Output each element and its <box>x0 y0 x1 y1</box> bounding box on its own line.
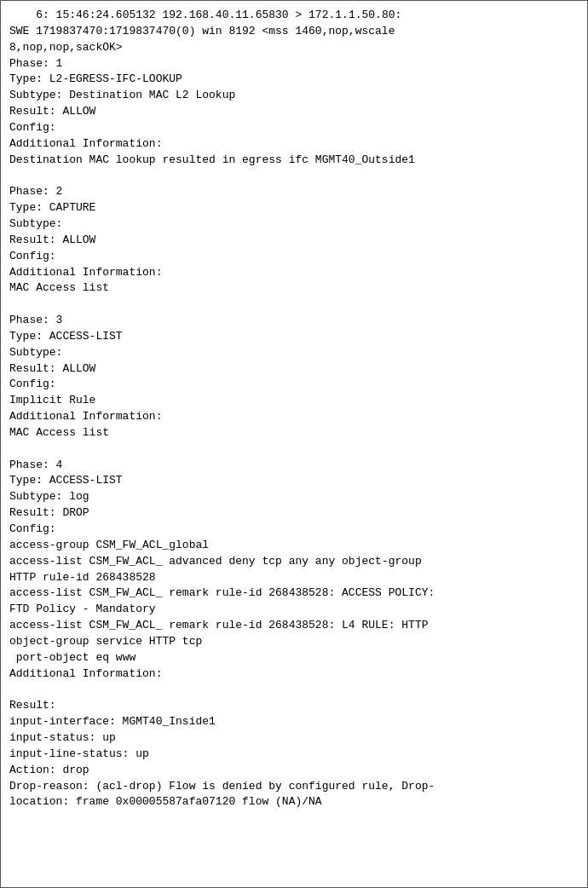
terminal-container: 6: 15:46:24.605132 192.168.40.11.65830 >… <box>0 0 588 888</box>
terminal-output: 6: 15:46:24.605132 192.168.40.11.65830 >… <box>9 8 579 810</box>
